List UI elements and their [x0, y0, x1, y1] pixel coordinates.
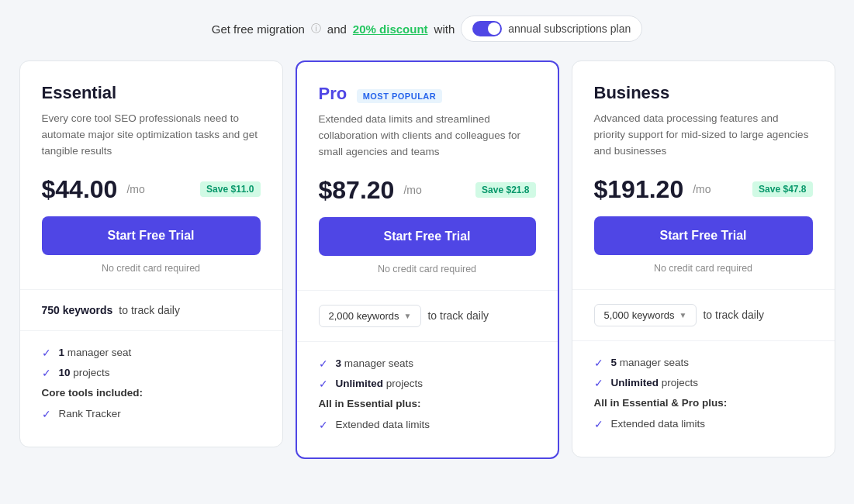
essential-cta-button[interactable]: Start Free Trial	[42, 216, 261, 255]
pro-feature-projects: ✓ Unlimited projects	[319, 378, 536, 390]
pro-keywords-dropdown[interactable]: 2,000 keywords ▼	[319, 305, 422, 327]
pro-price-row: $87.20 /mo Save $21.8	[319, 176, 536, 205]
pro-cta-button[interactable]: Start Free Trial	[319, 217, 536, 256]
business-keywords-suffix: to track daily	[703, 309, 764, 321]
pro-keywords-value: 2,000 keywords	[329, 310, 399, 322]
essential-keywords-count: 750 keywords	[42, 304, 113, 316]
business-card: Business Advanced data processing featur…	[572, 60, 835, 457]
business-price-row: $191.20 /mo Save $47.8	[594, 175, 813, 204]
annual-toggle-container[interactable]: annual subscriptions plan	[461, 16, 642, 42]
pro-projects-label: projects	[386, 378, 423, 389]
pricing-cards: Essential Every core tool SEO profession…	[16, 60, 838, 459]
pro-period: /mo	[403, 184, 421, 196]
essential-features-heading: Core tools included:	[42, 387, 261, 399]
business-header: Business Advanced data processing featur…	[594, 83, 813, 160]
essential-price-row: $44.00 /mo Save $11.0	[42, 175, 261, 204]
rank-tracker-label: Rank Tracker	[59, 408, 121, 419]
business-feature-projects: ✓ Unlimited projects	[594, 377, 813, 389]
info-icon[interactable]: ⓘ	[311, 22, 321, 36]
pro-name-row: Pro MOST POPULAR	[319, 84, 536, 104]
projects-label: projects	[73, 367, 109, 378]
banner-and: and	[327, 22, 347, 36]
pro-plan-name: Pro	[319, 84, 347, 103]
business-save: Save $47.8	[752, 181, 812, 197]
pro-price: $87.20	[319, 176, 395, 205]
essential-keywords-suffix: to track daily	[119, 304, 180, 316]
pro-card: Pro MOST POPULAR Extended data limits an…	[296, 60, 559, 459]
check-icon-projects: ✓	[42, 367, 51, 379]
check-icon-seat: ✓	[42, 347, 51, 359]
essential-price: $44.00	[42, 175, 118, 204]
business-keywords-row: 5,000 keywords ▼ to track daily	[594, 290, 813, 340]
essential-header: Essential Every core tool SEO profession…	[42, 83, 261, 160]
annual-toggle[interactable]	[472, 21, 502, 36]
business-period: /mo	[693, 183, 711, 195]
banner-text-before: Get free migration	[212, 22, 305, 36]
essential-rank-tracker: ✓ Rank Tracker	[42, 408, 261, 420]
business-features: ✓ 5 manager seats ✓ Unlimited projects A…	[594, 341, 813, 457]
pro-badge: MOST POPULAR	[357, 89, 443, 103]
projects-count: 10	[59, 367, 71, 378]
check-icon-pro-projects: ✓	[319, 378, 328, 390]
top-banner: Get free migration ⓘ and 20% discount wi…	[16, 16, 838, 42]
business-plan-name: Business	[594, 83, 813, 103]
pro-projects-count: Unlimited	[336, 378, 384, 389]
biz-seat-count: 5	[611, 357, 617, 368]
biz-extended-label: Extended data limits	[611, 418, 706, 430]
pro-seat-label: manager seats	[344, 357, 413, 369]
biz-projects-count: Unlimited	[611, 377, 659, 388]
essential-card: Essential Every core tool SEO profession…	[19, 60, 283, 447]
essential-keywords-row: 750 keywords to track daily	[42, 290, 261, 330]
business-keywords-value: 5,000 keywords	[604, 309, 675, 321]
check-icon-biz-projects: ✓	[594, 377, 603, 389]
essential-feature-seat: ✓ 1 manager seat	[42, 347, 261, 359]
essential-plan-name: Essential	[42, 83, 261, 103]
seat-label: manager seat	[67, 347, 132, 358]
check-icon-pro-extended: ✓	[319, 419, 328, 431]
discount-text: 20% discount	[353, 22, 428, 36]
banner-with: with	[434, 22, 455, 36]
business-price: $191.20	[594, 175, 684, 204]
pro-no-credit: No credit card required	[319, 264, 536, 274]
pro-features: ✓ 3 manager seats ✓ Unlimited projects A…	[319, 342, 536, 457]
pro-extended-data: ✓ Extended data limits	[319, 419, 536, 431]
pro-keywords-suffix: to track daily	[427, 309, 489, 322]
pro-header: Pro MOST POPULAR Extended data limits an…	[319, 84, 536, 161]
pro-features-heading: All in Essential plus:	[319, 398, 536, 409]
business-keywords-dropdown[interactable]: 5,000 keywords ▼	[594, 304, 697, 326]
biz-projects-label: projects	[662, 377, 698, 388]
pro-dropdown-arrow: ▼	[404, 312, 412, 320]
check-icon-biz-seat: ✓	[594, 357, 603, 369]
pro-save: Save $21.8	[475, 182, 535, 198]
essential-features: ✓ 1 manager seat ✓ 10 projects Core tool…	[42, 331, 261, 447]
essential-period: /mo	[126, 183, 144, 195]
seat-count: 1	[59, 347, 65, 358]
business-desc: Advanced data processing features and pr…	[594, 111, 813, 160]
pro-extended-label: Extended data limits	[336, 419, 430, 430]
pro-feature-seats: ✓ 3 manager seats	[319, 357, 536, 370]
pro-keywords-row: 2,000 keywords ▼ to track daily	[319, 291, 536, 341]
business-features-heading: All in Essential & Pro plus:	[594, 397, 813, 409]
business-feature-seats: ✓ 5 manager seats	[594, 357, 813, 369]
toggle-label: annual subscriptions plan	[508, 22, 631, 35]
check-icon-biz-extended: ✓	[594, 418, 603, 430]
business-cta-button[interactable]: Start Free Trial	[594, 216, 813, 255]
essential-desc: Every core tool SEO professionals need t…	[42, 111, 261, 160]
essential-save: Save $11.0	[200, 181, 260, 197]
business-dropdown-arrow: ▼	[679, 311, 687, 319]
pro-seat-count: 3	[336, 357, 342, 369]
essential-feature-projects: ✓ 10 projects	[42, 367, 261, 379]
check-icon-rank: ✓	[42, 408, 51, 420]
business-extended-data: ✓ Extended data limits	[594, 418, 813, 430]
pro-desc: Extended data limits and streamlined col…	[319, 112, 536, 161]
business-no-credit: No credit card required	[594, 263, 813, 274]
check-icon-pro-seat: ✓	[319, 357, 328, 370]
essential-no-credit: No credit card required	[42, 263, 261, 274]
biz-seat-label: manager seats	[620, 357, 689, 368]
